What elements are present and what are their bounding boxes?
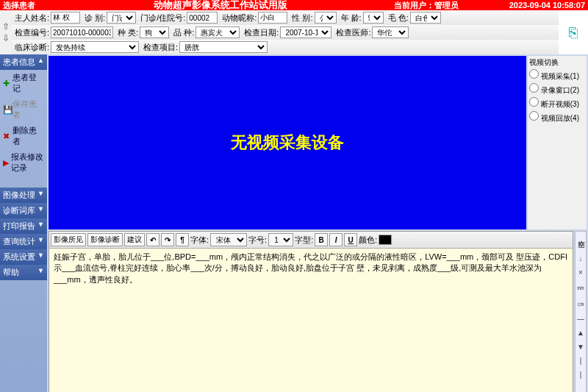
age-select[interactable]: 9 bbox=[363, 12, 384, 24]
btn-undo[interactable]: ↶ bbox=[146, 233, 159, 246]
kind-label: 种 类: bbox=[118, 27, 138, 38]
age-label: 年 龄: bbox=[341, 13, 362, 24]
symbol-bar: 空格 ↑ ↓ × ㎜ ㎝ — ▲ ▼ | | bbox=[575, 231, 587, 392]
hair-label: 毛 色: bbox=[388, 13, 409, 24]
symbar-title: 空格 bbox=[576, 232, 586, 238]
owner-input[interactable] bbox=[51, 12, 80, 24]
flag-icon: ▶ bbox=[3, 158, 9, 168]
vs-opt-playback[interactable]: 视频回放(4) bbox=[529, 111, 585, 124]
sym-cm[interactable]: ㎝ bbox=[577, 296, 584, 312]
select-patient-link[interactable]: 选择患者 bbox=[3, 0, 47, 11]
sidebar-hdr-print[interactable]: 打印报告▼ bbox=[0, 218, 47, 234]
sidebar-item-register[interactable]: ✚患者登记 bbox=[0, 70, 47, 96]
item-select[interactable]: 膀胱 bbox=[179, 41, 268, 53]
btn-paragraph[interactable]: ¶ bbox=[176, 233, 189, 246]
chevron-up-icon: ▲ bbox=[37, 57, 44, 68]
kind-select[interactable]: 狗 bbox=[140, 26, 169, 38]
btn-bold[interactable]: B bbox=[315, 233, 328, 246]
video-panel: 无视频采集设备 bbox=[49, 56, 526, 229]
sex-select[interactable]: 公 bbox=[315, 12, 337, 24]
hair-select[interactable]: 白色 bbox=[410, 12, 441, 24]
diag-label: 诊 别: bbox=[85, 13, 105, 24]
sidebar-hdr-query[interactable]: 查询统计▼ bbox=[0, 234, 47, 249]
video-switch-panel: 视频切换 视频采集(1) 录像窗口(2) 断开视频(3) 视频回放(4) bbox=[528, 56, 587, 229]
sidebar-item-delete[interactable]: ✖删除患者 bbox=[0, 123, 47, 149]
vs-opt-disconnect[interactable]: 断开视频(3) bbox=[529, 97, 585, 110]
vs-opt-record[interactable]: 录像窗口(2) bbox=[529, 83, 585, 96]
sidebar-item-reportlog[interactable]: ▶报表修改记录 bbox=[0, 149, 47, 176]
nickname-label: 动物昵称: bbox=[222, 13, 257, 24]
sidebar-item-save[interactable]: 💾保存患者 bbox=[0, 96, 47, 123]
sym-down[interactable]: ↓ bbox=[579, 252, 583, 266]
current-user: 当前用户：管理员 bbox=[394, 0, 475, 11]
clinic-no-label: 门诊/住院号: bbox=[140, 13, 185, 24]
size-label: 字号: bbox=[248, 235, 267, 246]
sym-tri-up[interactable]: ▲ bbox=[577, 326, 584, 340]
exam-no-label: 检查编号: bbox=[15, 27, 49, 38]
sym-bar2[interactable]: | bbox=[580, 368, 582, 382]
report-text[interactable]: 妊娠子宫，单胎，胎儿位于___位,BPD=___mm，颅内正常结构消失，代之以广… bbox=[49, 249, 573, 392]
sym-mm[interactable]: ㎜ bbox=[577, 279, 584, 296]
font-label: 字体: bbox=[190, 235, 209, 246]
x-icon: ✖ bbox=[3, 132, 10, 141]
down-arrow-icon[interactable]: ⇩ bbox=[0, 32, 12, 44]
font-select[interactable]: 宋体 bbox=[210, 233, 247, 246]
up-arrow-icon[interactable]: ⇧ bbox=[0, 21, 12, 32]
sidebar-hdr-settings[interactable]: 系统设置▼ bbox=[0, 249, 47, 265]
sidebar-hdr-patient[interactable]: 患者信息▲ bbox=[0, 54, 47, 70]
doctor-select[interactable]: 华佗 bbox=[372, 26, 409, 38]
doctor-label: 检查医师: bbox=[336, 27, 370, 38]
sym-dash[interactable]: — bbox=[577, 312, 584, 326]
clindx-select[interactable]: 发热持续 bbox=[51, 41, 139, 53]
datetime: 2023-09-04 10:58:07 bbox=[475, 1, 585, 10]
style-label: 字型: bbox=[295, 235, 313, 246]
breed-label: 品 种: bbox=[173, 27, 194, 38]
clindx-label: 临床诊断: bbox=[15, 42, 49, 53]
video-message: 无视频采集设备 bbox=[231, 132, 344, 154]
exit-icon[interactable]: ⎘ bbox=[559, 10, 588, 54]
sidebar-hdr-image[interactable]: 图像处理▼ bbox=[0, 188, 47, 203]
btn-redo[interactable]: ↷ bbox=[161, 233, 174, 246]
save-icon: 💾 bbox=[3, 105, 10, 115]
plus-icon: ✚ bbox=[3, 79, 10, 88]
sex-label: 性 别: bbox=[292, 13, 312, 24]
exam-date-label: 检查日期: bbox=[244, 27, 279, 38]
diag-select[interactable]: 门诊 bbox=[107, 12, 136, 24]
btn-findings[interactable]: 影像所见 bbox=[51, 233, 86, 246]
btn-italic[interactable]: I bbox=[329, 233, 343, 246]
video-switch-title: 视频切换 bbox=[529, 57, 585, 68]
btn-diagnosis[interactable]: 影像诊断 bbox=[87, 233, 123, 246]
sidebar-hdr-help[interactable]: 帮助▼ bbox=[0, 265, 47, 280]
exam-no-input[interactable] bbox=[51, 26, 113, 38]
exam-date-select[interactable]: 2007-10-10 bbox=[280, 26, 331, 38]
vs-opt-capture[interactable]: 视频采集(1) bbox=[529, 69, 585, 82]
color-picker[interactable] bbox=[379, 235, 392, 245]
sym-times[interactable]: × bbox=[578, 266, 583, 279]
sidebar-hdr-dict[interactable]: 诊断词库▼ bbox=[0, 203, 47, 218]
form-row-3: 临床诊断: 发热持续 检查项目: 膀胱 bbox=[12, 40, 559, 54]
sym-up[interactable]: ↑ bbox=[579, 238, 583, 252]
sidebar: 患者信息▲ ✚患者登记 💾保存患者 ✖删除患者 ▶报表修改记录 图像处理▼ 诊断… bbox=[0, 54, 47, 392]
chevron-down-icon: ▼ bbox=[37, 190, 44, 201]
btn-underline[interactable]: U bbox=[344, 233, 357, 246]
color-label: 颜色: bbox=[359, 235, 377, 246]
nickname-input[interactable] bbox=[258, 12, 287, 24]
sym-tri-down[interactable]: ▼ bbox=[577, 340, 584, 354]
breed-select[interactable]: 惠宾犬 bbox=[196, 26, 240, 38]
sym-bar1[interactable]: | bbox=[580, 354, 582, 368]
size-select[interactable]: 12 bbox=[268, 233, 293, 246]
owner-label: 主人姓名: bbox=[15, 13, 49, 24]
form-row-1: 主人姓名: 诊 别: 门诊 门诊/住院号: 动物昵称: 性 别: 公 年 龄: … bbox=[12, 10, 559, 25]
btn-suggestion[interactable]: 建议 bbox=[124, 233, 145, 246]
clinic-no-input[interactable] bbox=[187, 12, 218, 24]
item-label: 检查项目: bbox=[143, 42, 178, 53]
report-editor: 影像所见 影像诊断 建议 ↶ ↷ ¶ 字体: 宋体 字号: 12 字型: B I… bbox=[49, 231, 573, 392]
editor-toolbar: 影像所见 影像诊断 建议 ↶ ↷ ¶ 字体: 宋体 字号: 12 字型: B I… bbox=[49, 232, 573, 249]
form-row-2: 检查编号: 种 类: 狗 品 种: 惠宾犬 检查日期: 2007-10-10 检… bbox=[12, 25, 559, 40]
